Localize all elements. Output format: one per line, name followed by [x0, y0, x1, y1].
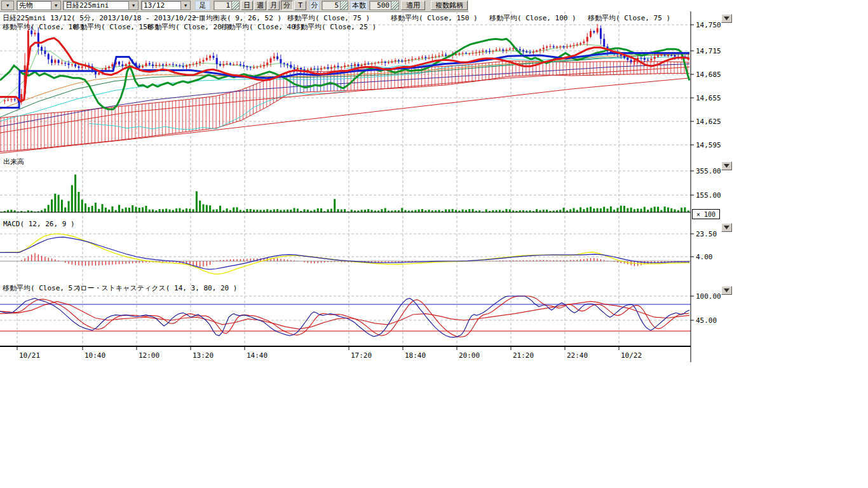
y-axis-label: 100.00	[696, 292, 721, 301]
y-axis-label: 23.50	[696, 230, 717, 238]
x-axis-label: 18:40	[405, 351, 426, 360]
trading-chart-window: ▼ 先物 ▼ 日経225mini ▼ 13/12 ▼ 足 1 日週月分T 分 5…	[0, 0, 868, 488]
indicator-label: 移動平均( Close, 150 )	[391, 13, 478, 23]
volume-panel-label: 出来高	[3, 157, 24, 166]
x-axis-label: 10/21	[19, 351, 40, 360]
y-axis-label: 45.00	[696, 316, 717, 325]
indicator-label: 一目均衡表( 9, 26, 52 )	[192, 13, 281, 23]
volume-multiplier-badge: × 100	[692, 209, 720, 219]
y-axis-label: 14,715	[696, 47, 721, 55]
y-axis-label: 14,750	[696, 21, 721, 29]
panel-scale-dropdown-button[interactable]	[721, 14, 732, 23]
indicator-label: 移動平均( Close, 75 )	[588, 13, 670, 23]
x-axis-label: 20:00	[459, 351, 480, 360]
x-axis-label: 14:40	[247, 351, 268, 360]
indicator-label: 移動平均( Close, 5 )	[3, 283, 81, 293]
y-axis-label: 14,625	[696, 118, 721, 126]
panel-scale-dropdown-button[interactable]	[721, 286, 732, 295]
panel-scale-dropdown-button[interactable]	[721, 223, 732, 232]
y-axis-label: 155.00	[696, 191, 721, 200]
chart-canvas: 14,75014,71514,68514,65514,62514,595355.…	[0, 0, 868, 488]
x-axis-label: 10/22	[621, 351, 642, 360]
y-axis-label: 14,595	[696, 141, 721, 149]
indicator-label: 移動平均( Close, 40 )	[221, 22, 304, 32]
panel-scale-dropdown-button[interactable]	[721, 161, 732, 170]
indicator-label: 日経225mini 13/12( 5分, 2013/10/18 - 2013/1…	[3, 13, 205, 23]
indicator-label: 移動平均( Close, 75 )	[287, 13, 370, 23]
indicator-label: スロー・ストキャスティクス( 14, 3, 80, 20 )	[73, 283, 237, 293]
indicator-label: 移動平均( Close, 25 )	[294, 22, 376, 32]
x-axis-label: 12:00	[139, 351, 159, 360]
x-axis-label: 13:20	[193, 351, 214, 360]
x-axis-label: 17:20	[351, 351, 372, 360]
y-axis-label: 14,685	[696, 71, 721, 79]
indicator-label: 移動平均( Close, 100 )	[489, 13, 576, 23]
y-axis-label: 14,655	[696, 94, 721, 102]
x-axis-label: 22:40	[567, 351, 588, 360]
x-axis-label: 21:20	[513, 351, 534, 360]
y-axis-label: 4.00	[696, 253, 713, 261]
x-axis-label: 10:40	[85, 351, 105, 360]
y-axis-label: 355.00	[696, 167, 721, 175]
macd-panel-label: MACD( 12, 26, 9 )	[3, 220, 75, 228]
indicator-label: 移動平均( Close, 20 )	[147, 22, 230, 32]
